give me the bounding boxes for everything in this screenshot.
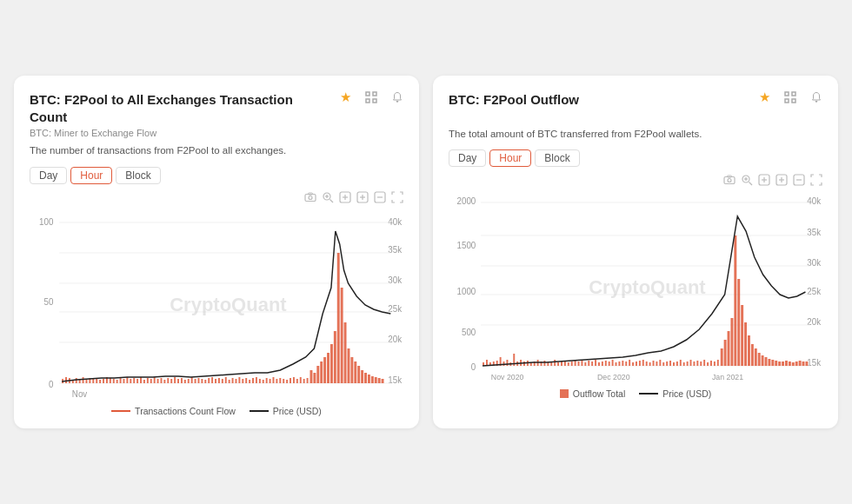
svg-rect-91 <box>252 378 254 383</box>
svg-rect-217 <box>646 361 648 366</box>
star-icon[interactable]: ★ <box>336 88 355 107</box>
svg-rect-46 <box>99 380 101 383</box>
svg-rect-213 <box>632 362 634 366</box>
svg-rect-209 <box>618 361 620 366</box>
minus-icon-2[interactable] <box>793 174 805 189</box>
svg-rect-133 <box>792 99 795 103</box>
plus-icon-2[interactable] <box>758 174 770 189</box>
svg-text:Dec 2020: Dec 2020 <box>597 373 630 381</box>
svg-rect-126 <box>371 376 374 383</box>
svg-rect-201 <box>591 361 593 366</box>
svg-rect-227 <box>680 360 682 366</box>
svg-rect-114 <box>330 344 333 383</box>
svg-point-5 <box>309 196 312 199</box>
bell-icon[interactable] <box>388 88 407 107</box>
svg-rect-68 <box>174 377 176 383</box>
svg-rect-236 <box>710 361 712 366</box>
bell-icon-2[interactable] <box>807 88 826 107</box>
svg-rect-105 <box>300 377 302 383</box>
svg-rect-53 <box>123 379 125 383</box>
svg-rect-49 <box>110 378 111 383</box>
svg-rect-204 <box>602 361 603 366</box>
svg-rect-39 <box>76 378 77 383</box>
svg-rect-245 <box>741 305 743 366</box>
svg-text:2000: 2000 <box>457 196 476 206</box>
svg-text:Jan 2021: Jan 2021 <box>712 373 743 381</box>
svg-rect-107 <box>307 378 309 383</box>
svg-rect-254 <box>771 360 774 366</box>
svg-rect-44 <box>92 379 94 383</box>
svg-rect-206 <box>609 361 610 366</box>
svg-rect-41 <box>83 377 84 383</box>
svg-rect-4 <box>305 194 316 201</box>
svg-rect-79 <box>211 377 213 383</box>
plus-icon-1[interactable] <box>339 191 351 206</box>
svg-rect-234 <box>703 360 705 366</box>
svg-rect-253 <box>768 359 770 366</box>
svg-rect-42 <box>86 380 88 383</box>
star-icon-2[interactable]: ★ <box>755 88 774 107</box>
svg-rect-97 <box>273 377 275 383</box>
svg-rect-83 <box>225 377 227 383</box>
tab-day-1[interactable]: Day <box>30 167 67 184</box>
zoom-icon-1[interactable] <box>322 191 334 206</box>
svg-rect-63 <box>157 379 159 383</box>
svg-rect-229 <box>687 361 689 366</box>
svg-rect-92 <box>256 377 257 383</box>
svg-rect-61 <box>150 379 152 383</box>
zoom-icon-2[interactable] <box>741 174 753 189</box>
tab-hour-1[interactable]: Hour <box>70 167 112 184</box>
legend-line-red-1 <box>111 410 130 412</box>
expand-icon[interactable] <box>362 88 381 107</box>
svg-rect-75 <box>198 378 200 383</box>
svg-text:0: 0 <box>471 362 476 372</box>
svg-rect-211 <box>625 361 627 366</box>
minus-icon-1[interactable] <box>374 191 386 206</box>
svg-rect-62 <box>154 377 156 383</box>
svg-rect-123 <box>361 370 363 383</box>
svg-rect-190 <box>554 360 556 366</box>
svg-rect-69 <box>177 379 179 383</box>
svg-rect-106 <box>303 379 305 383</box>
svg-rect-255 <box>775 361 777 366</box>
svg-rect-65 <box>163 380 165 383</box>
svg-rect-244 <box>737 279 740 366</box>
tab-block-1[interactable]: Block <box>116 167 160 184</box>
svg-rect-52 <box>120 378 122 383</box>
svg-rect-237 <box>714 361 716 366</box>
svg-rect-99 <box>279 378 281 383</box>
svg-rect-76 <box>201 379 203 383</box>
svg-rect-95 <box>266 378 268 383</box>
svg-rect-3 <box>373 99 376 103</box>
svg-rect-89 <box>245 378 247 383</box>
svg-rect-235 <box>707 362 709 366</box>
camera-icon-2[interactable] <box>723 174 736 189</box>
tab-day-2[interactable]: Day <box>449 149 486 167</box>
svg-rect-256 <box>778 361 781 366</box>
svg-text:1500: 1500 <box>457 241 476 250</box>
camera-icon-1[interactable] <box>304 191 316 206</box>
svg-rect-77 <box>204 380 206 383</box>
legend-item-price-1: Price (USD) <box>250 406 322 416</box>
svg-rect-131 <box>792 92 795 96</box>
svg-rect-223 <box>666 361 668 366</box>
card2-chart: CryptoQuant 2000 1500 1000 500 0 40k 35k… <box>449 192 822 383</box>
svg-rect-130 <box>785 92 789 96</box>
tab-hour-2[interactable]: Hour <box>489 149 531 167</box>
svg-rect-117 <box>341 288 343 383</box>
svg-rect-54 <box>126 377 128 383</box>
fullscreen-icon-1[interactable] <box>391 191 403 206</box>
svg-rect-242 <box>730 318 733 366</box>
svg-rect-36 <box>65 377 67 383</box>
add-icon-1[interactable] <box>356 191 369 206</box>
tab-block-2[interactable]: Block <box>535 149 579 167</box>
svg-rect-74 <box>195 379 196 383</box>
svg-rect-87 <box>238 377 240 383</box>
legend-item-price-2: Price (USD) <box>639 388 711 399</box>
add-icon-2[interactable] <box>775 174 788 189</box>
svg-rect-56 <box>133 378 135 383</box>
svg-rect-194 <box>568 362 569 366</box>
expand-icon-2[interactable] <box>781 88 800 107</box>
fullscreen-icon-2[interactable] <box>810 174 822 189</box>
svg-rect-214 <box>636 361 637 366</box>
